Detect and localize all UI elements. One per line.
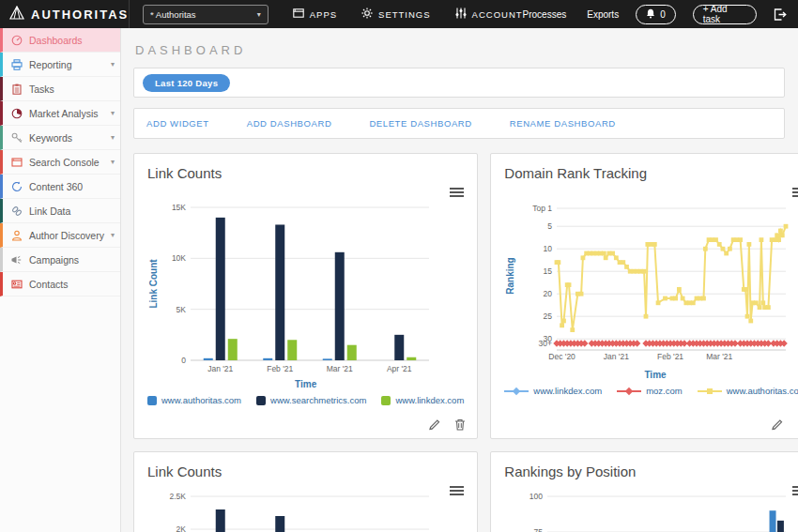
svg-text:Jan '21: Jan '21 (207, 364, 233, 373)
dashboard-actions-bar: ADD WIDGETADD DASHBOARDDELETE DASHBOARDR… (133, 108, 785, 139)
delete-dashboard-button[interactable]: DELETE DASHBOARD (369, 118, 471, 129)
chevron-down-icon: ▾ (111, 133, 115, 142)
topbar-menu-apps[interactable]: APPS (293, 8, 337, 20)
sidebar-item-label: Tasks (29, 84, 54, 95)
chart-menu-icon[interactable] (792, 486, 798, 497)
svg-text:Jan '21: Jan '21 (604, 352, 629, 361)
widget-domain-rank-tracking: Domain Rank Tracking Top 15101520253030+… (490, 153, 798, 439)
legend-item[interactable]: www.linkdex.com (381, 395, 464, 405)
top-right: ProcessesExports 0 + Add task (523, 5, 798, 24)
topbar-link-exports[interactable]: Exports (587, 9, 619, 20)
edit-icon[interactable] (428, 418, 440, 431)
svg-text:0: 0 (181, 356, 186, 365)
notifications-count: 0 (660, 9, 666, 20)
sidebar-item-campaigns[interactable]: Campaigns (0, 248, 120, 272)
authoritas-logo-icon (9, 6, 24, 23)
topbar-link-processes[interactable]: Processes (523, 9, 567, 20)
svg-text:Mar '21: Mar '21 (327, 364, 353, 373)
add-dashboard-button[interactable]: ADD DASHBOARD (247, 118, 332, 129)
top-bar: AUTHORITAS * Authoritas ▾ APPSSETTINGSAC… (0, 0, 798, 28)
legend-item[interactable]: www.authoritas.com (147, 395, 241, 405)
browser-icon (10, 156, 23, 168)
notifications-button[interactable]: 0 (636, 5, 676, 24)
svg-text:Ranking: Ranking (505, 257, 515, 294)
sidebar-item-search-console[interactable]: Search Console▾ (0, 150, 120, 175)
megaphone-icon (10, 253, 23, 266)
add-task-label: + Add task (703, 4, 746, 24)
sidebar-item-label: Market Analysis (29, 108, 99, 119)
apps-icon (293, 8, 304, 20)
edit-icon[interactable] (771, 418, 783, 431)
svg-text:Link Count: Link Count (148, 259, 159, 309)
chevron-down-icon: ▾ (111, 231, 115, 239)
widget-title: Link Counts (147, 165, 464, 181)
top-links: ProcessesExports (523, 9, 620, 20)
topbar-menu-settings[interactable]: SETTINGS (361, 8, 431, 21)
svg-text:100: 100 (529, 492, 543, 501)
page-title: DASHBOARD (135, 43, 785, 57)
svg-text:Apr '21: Apr '21 (387, 364, 412, 373)
chart-legend: www.authoritas.comwww.searchmetrics.comw… (147, 395, 464, 405)
svg-text:Feb '21: Feb '21 (657, 352, 683, 361)
svg-text:10: 10 (544, 244, 553, 253)
sidebar-item-market-analysis[interactable]: Market Analysis▾ (0, 101, 120, 126)
legend-swatch (381, 396, 391, 405)
chevron-down-icon: ▾ (111, 109, 115, 117)
sidebar-item-label: Link Data (29, 205, 70, 217)
widget-footer (428, 418, 466, 431)
gear-icon (361, 8, 373, 21)
chart-menu-icon[interactable] (450, 188, 464, 199)
sidebar-item-label: Reporting (29, 59, 72, 70)
idcard-icon (10, 278, 23, 290)
sidebar-item-label: Campaigns (29, 254, 79, 266)
legend-item[interactable]: moz.com (617, 386, 683, 396)
sidebar-item-contacts[interactable]: Contacts (0, 272, 120, 296)
refresh-circle-icon (10, 180, 23, 192)
account-selector-value: * Authoritas (150, 9, 196, 20)
sidebar-item-label: Content 360 (29, 181, 83, 192)
chevron-down-icon: ▾ (111, 60, 115, 68)
svg-text:Mar '21: Mar '21 (706, 352, 732, 361)
clipboard-icon (10, 83, 23, 95)
pie-icon (10, 107, 23, 119)
svg-text:30+: 30+ (539, 339, 552, 348)
sidebar-item-reporting[interactable]: Reporting▾ (0, 53, 120, 77)
sidebar-item-label: Contacts (29, 279, 68, 290)
sidebar-item-content-360[interactable]: Content 360 (0, 175, 120, 199)
logout-icon[interactable] (774, 8, 787, 21)
sidebar-item-link-data[interactable]: Link Data (0, 199, 120, 223)
widget-title: Domain Rank Tracking (504, 165, 798, 181)
legend-item[interactable]: www.searchmetrics.com (256, 395, 366, 405)
sidebar-item-label: Search Console (29, 157, 100, 168)
delete-icon[interactable] (454, 418, 466, 431)
date-filter-pill[interactable]: Last 120 Days (143, 74, 230, 92)
chart-menu-icon[interactable] (450, 486, 464, 497)
widget-link-counts-2: Link Counts 2.5K2K (133, 451, 478, 532)
date-filter-bar: Last 120 Days (133, 68, 785, 98)
rename-dashboard-button[interactable]: RENAME DASHBOARD (510, 118, 616, 129)
widget-title: Link Counts (147, 464, 464, 479)
chart-menu-icon[interactable] (792, 188, 798, 199)
widget-rankings-by-position: Rankings by Position 10075 (490, 451, 798, 532)
x-axis-title: Time (504, 370, 798, 380)
sidebar-item-keywords[interactable]: Keywords▾ (0, 126, 120, 150)
svg-text:15K: 15K (172, 203, 186, 212)
svg-text:Dec '20: Dec '20 (549, 352, 576, 361)
legend-item[interactable]: www.authoritas.com (698, 386, 798, 396)
legend-item[interactable]: www.linkdex.com (504, 386, 602, 396)
sidebar-item-author-discovery[interactable]: Author Discovery▾ (0, 223, 120, 248)
rankings-by-position-chart: 10075 (504, 485, 795, 532)
sidebar: DashboardsReporting▾TasksMarket Analysis… (0, 28, 121, 532)
chart-legend: www.linkdex.commoz.comwww.authoritas.com (504, 386, 798, 396)
add-widget-button[interactable]: ADD WIDGET (146, 118, 209, 129)
gauge-icon (10, 34, 23, 46)
brand[interactable]: AUTHORITAS (0, 0, 130, 28)
topbar-menu-account[interactable]: ACCOUNT (455, 8, 523, 21)
sidebar-item-tasks[interactable]: Tasks (0, 77, 120, 101)
account-selector[interactable]: * Authoritas ▾ (143, 5, 269, 24)
sidebar-item-label: Author Discovery (29, 230, 104, 241)
add-task-button[interactable]: + Add task (693, 5, 757, 24)
svg-text:10K: 10K (172, 253, 186, 263)
main-content: DASHBOARD Last 120 Days ADD WIDGETADD DA… (120, 28, 798, 532)
sidebar-item-dashboards[interactable]: Dashboards (0, 28, 120, 53)
